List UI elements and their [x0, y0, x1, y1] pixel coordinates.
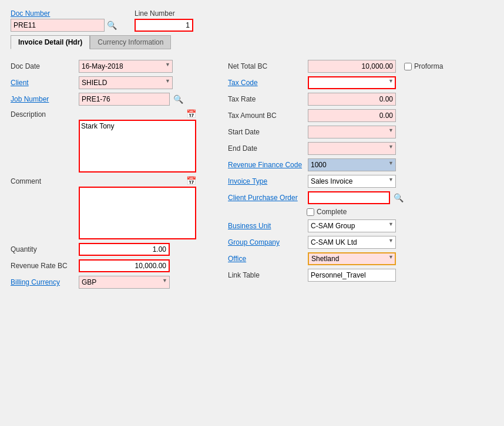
net-total-input[interactable]: [308, 60, 396, 73]
group-company-label[interactable]: Group Company: [228, 238, 304, 246]
description-calendar-icon[interactable]: 📅: [186, 109, 196, 119]
client-select[interactable]: SHIELD: [79, 76, 173, 89]
revenue-finance-wrapper: 1000: [308, 158, 396, 171]
doc-date-wrapper: 16-May-2018: [79, 60, 173, 73]
complete-group: Complete: [307, 208, 347, 216]
invoice-type-row: Invoice Type Sales Invoice Credit Note P…: [228, 175, 451, 188]
comment-group: 📅: [79, 176, 196, 239]
start-date-wrapper: [308, 126, 396, 138]
group-company-select[interactable]: C-SAM UK Ltd: [308, 236, 396, 249]
tax-code-label[interactable]: Tax Code: [228, 79, 304, 87]
form-content: Doc Date 16-May-2018 Client SHIELD: [6, 55, 498, 293]
office-label[interactable]: Office: [228, 255, 304, 263]
start-date-label: Start Date: [228, 128, 304, 136]
quantity-input[interactable]: [79, 243, 170, 256]
client-po-input[interactable]: [308, 191, 390, 204]
tax-rate-row: Tax Rate: [228, 93, 451, 106]
end-date-select[interactable]: [308, 142, 396, 155]
invoice-type-select[interactable]: Sales Invoice Credit Note Proforma: [308, 175, 396, 188]
client-row: Client SHIELD: [11, 76, 210, 89]
group-company-row: Group Company C-SAM UK Ltd: [228, 236, 451, 249]
job-number-search-icon[interactable]: 🔍: [173, 94, 183, 104]
description-textarea[interactable]: Stark Tony: [79, 120, 196, 173]
revenue-finance-select[interactable]: 1000: [308, 158, 396, 171]
job-number-input[interactable]: [79, 93, 170, 106]
net-total-row: Net Total BC Proforma: [228, 60, 451, 73]
complete-row: Complete: [307, 208, 451, 216]
client-label[interactable]: Client: [11, 79, 75, 87]
line-number-input[interactable]: [135, 19, 193, 32]
tax-code-wrapper: [308, 76, 396, 89]
tax-code-row: Tax Code: [228, 76, 451, 89]
business-unit-wrapper: C-SAM Group: [308, 219, 396, 232]
invoice-type-wrapper: Sales Invoice Credit Note Proforma: [308, 175, 396, 188]
end-date-row: End Date: [228, 142, 451, 155]
doc-date-label: Doc Date: [11, 62, 75, 70]
billing-currency-row: Billing Currency GBP USD EUR: [11, 276, 210, 289]
client-po-label[interactable]: Client Purchase Order: [228, 194, 304, 202]
start-date-row: Start Date: [228, 126, 451, 138]
tax-code-select[interactable]: [308, 76, 396, 89]
link-table-input[interactable]: [308, 269, 396, 282]
complete-checkbox[interactable]: [307, 208, 314, 216]
tax-amount-label: Tax Amount BC: [228, 111, 304, 120]
client-po-row: Client Purchase Order 🔍: [228, 191, 451, 204]
tax-amount-row: Tax Amount BC: [228, 109, 451, 122]
form-columns: Doc Date 16-May-2018 Client SHIELD: [11, 60, 493, 289]
top-bar: Doc Number 🔍 Line Number: [6, 6, 498, 35]
right-column: Net Total BC Proforma Tax Code: [228, 60, 451, 289]
link-table-label: Link Table: [228, 271, 304, 279]
tax-rate-label: Tax Rate: [228, 95, 304, 103]
line-number-label: Line Number: [135, 9, 193, 18]
revenue-finance-label[interactable]: Revenue Finance Code: [228, 161, 304, 169]
tax-amount-input[interactable]: [308, 109, 396, 122]
comment-label: Comment: [11, 176, 75, 185]
quantity-row: Quantity: [11, 243, 210, 256]
doc-date-row: Doc Date 16-May-2018: [11, 60, 210, 73]
tab-bar: Invoice Detail (Hdr) Currency Informatio…: [11, 35, 498, 49]
description-row: Description 📅 Stark Tony: [11, 109, 210, 173]
business-unit-label[interactable]: Business Unit: [228, 222, 304, 230]
job-number-label[interactable]: Job Number: [11, 95, 75, 103]
tax-rate-input[interactable]: [308, 93, 396, 106]
comment-calendar-icon[interactable]: 📅: [186, 176, 196, 185]
main-container: Doc Number 🔍 Line Number Invoice Detail …: [0, 0, 504, 426]
office-wrapper: Shetland: [308, 252, 396, 265]
revenue-finance-row: Revenue Finance Code 1000: [228, 158, 451, 171]
doc-date-select[interactable]: 16-May-2018: [79, 60, 173, 73]
comment-toolbar: 📅: [79, 176, 196, 185]
revenue-rate-row: Revenue Rate BC: [11, 259, 210, 272]
doc-number-input[interactable]: [11, 19, 105, 32]
start-date-select[interactable]: [308, 126, 396, 138]
business-unit-row: Business Unit C-SAM Group: [228, 219, 451, 232]
revenue-rate-input[interactable]: [79, 259, 170, 272]
description-group: 📅 Stark Tony: [79, 109, 196, 173]
proforma-checkbox[interactable]: [404, 63, 412, 70]
revenue-rate-label: Revenue Rate BC: [11, 262, 75, 270]
office-row: Office Shetland: [228, 252, 451, 265]
business-unit-select[interactable]: C-SAM Group: [308, 219, 396, 232]
tab-currency-information[interactable]: Currency Information: [90, 35, 171, 49]
comment-textarea[interactable]: [79, 187, 196, 239]
complete-label: Complete: [317, 208, 347, 216]
doc-number-label[interactable]: Doc Number: [11, 9, 117, 18]
billing-currency-wrapper: GBP USD EUR: [79, 276, 170, 289]
billing-currency-select[interactable]: GBP USD EUR: [79, 276, 170, 289]
client-po-search-icon[interactable]: 🔍: [394, 193, 404, 202]
end-date-wrapper: [308, 142, 396, 155]
description-toolbar: 📅: [79, 109, 196, 119]
left-column: Doc Date 16-May-2018 Client SHIELD: [11, 60, 210, 289]
description-label: Description: [11, 109, 75, 119]
tab-invoice-detail[interactable]: Invoice Detail (Hdr): [11, 35, 90, 49]
client-wrapper: SHIELD: [79, 76, 173, 89]
end-date-label: End Date: [228, 144, 304, 153]
invoice-type-label[interactable]: Invoice Type: [228, 177, 304, 185]
comment-row: Comment 📅: [11, 176, 210, 239]
group-company-wrapper: C-SAM UK Ltd: [308, 236, 396, 249]
proforma-group: Proforma: [404, 62, 443, 70]
office-select[interactable]: Shetland: [308, 252, 396, 265]
billing-currency-label[interactable]: Billing Currency: [11, 278, 75, 286]
link-table-row: Link Table: [228, 269, 451, 282]
job-number-row: Job Number 🔍: [11, 93, 210, 106]
doc-number-search-icon[interactable]: 🔍: [107, 21, 117, 30]
